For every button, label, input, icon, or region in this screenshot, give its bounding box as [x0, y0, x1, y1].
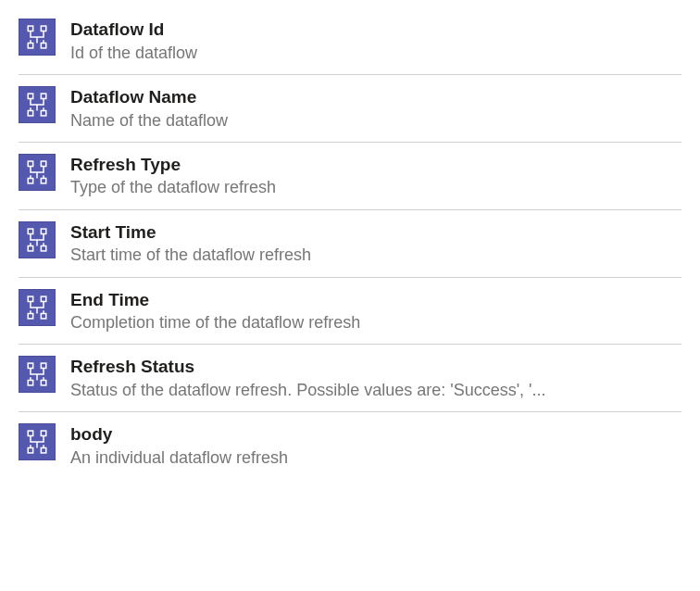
svg-rect-24 [28, 431, 32, 435]
dataflow-icon [19, 289, 56, 326]
svg-rect-4 [28, 94, 32, 98]
item-description: Completion time of the dataflow refresh [70, 311, 681, 334]
dataflow-icon [19, 221, 56, 258]
svg-rect-7 [41, 110, 45, 115]
svg-rect-8 [28, 161, 32, 166]
svg-rect-9 [41, 161, 45, 166]
item-title: body [70, 423, 681, 446]
svg-rect-18 [28, 313, 32, 318]
svg-rect-23 [41, 381, 45, 385]
dataflow-icon [19, 423, 56, 460]
list-item[interactable]: Start Time Start time of the dataflow re… [19, 210, 681, 278]
svg-rect-12 [28, 229, 32, 233]
svg-rect-14 [28, 245, 32, 250]
svg-rect-21 [41, 363, 45, 368]
item-description: An individual dataflow refresh [70, 446, 681, 470]
item-description: Status of the dataflow refresh. Possible… [70, 379, 681, 402]
svg-rect-26 [28, 448, 32, 453]
item-description: Name of the dataflow [70, 109, 681, 132]
item-description: Type of the dataflow refresh [70, 176, 681, 199]
svg-rect-25 [41, 431, 45, 435]
item-description: Id of the dataflow [70, 42, 681, 65]
list-item[interactable]: Dataflow Id Id of the dataflow [19, 7, 681, 75]
svg-rect-11 [41, 178, 45, 182]
svg-rect-0 [28, 26, 32, 31]
svg-rect-10 [28, 178, 32, 182]
svg-rect-1 [41, 26, 45, 31]
list-item[interactable]: Refresh Status Status of the dataflow re… [19, 345, 681, 412]
dataflow-icon [19, 154, 56, 191]
dataflow-icon [19, 356, 56, 393]
item-title: Refresh Status [70, 356, 681, 379]
item-text: Start Time Start time of the dataflow re… [70, 221, 681, 268]
dynamic-content-list: Dataflow Id Id of the dataflow Dataflow … [19, 7, 681, 479]
svg-rect-6 [28, 110, 32, 115]
item-text: End Time Completion time of the dataflow… [70, 289, 681, 335]
item-text: Dataflow Name Name of the dataflow [70, 86, 681, 132]
item-title: Refresh Type [70, 154, 681, 177]
item-title: End Time [70, 289, 681, 312]
item-text: body An individual dataflow refresh [70, 423, 681, 470]
list-item[interactable]: End Time Completion time of the dataflow… [19, 278, 681, 346]
svg-rect-27 [41, 448, 45, 453]
svg-rect-2 [28, 44, 32, 48]
item-title: Start Time [70, 221, 681, 245]
svg-rect-19 [41, 313, 45, 318]
dataflow-icon [19, 86, 56, 123]
list-item[interactable]: Refresh Type Type of the dataflow refres… [19, 143, 681, 210]
svg-rect-16 [28, 296, 32, 301]
item-text: Refresh Status Status of the dataflow re… [70, 356, 681, 402]
svg-rect-5 [41, 94, 45, 98]
svg-rect-17 [41, 296, 45, 301]
svg-rect-15 [41, 245, 45, 250]
list-item[interactable]: body An individual dataflow refresh [19, 412, 681, 479]
svg-rect-13 [41, 229, 45, 233]
svg-rect-3 [41, 44, 45, 48]
item-description: Start time of the dataflow refresh [70, 244, 681, 267]
item-text: Refresh Type Type of the dataflow refres… [70, 154, 681, 200]
svg-rect-20 [28, 363, 32, 368]
svg-rect-22 [28, 381, 32, 385]
list-item[interactable]: Dataflow Name Name of the dataflow [19, 75, 681, 143]
item-text: Dataflow Id Id of the dataflow [70, 19, 681, 65]
dataflow-icon [19, 19, 56, 56]
item-title: Dataflow Name [70, 86, 681, 109]
item-title: Dataflow Id [70, 19, 681, 42]
